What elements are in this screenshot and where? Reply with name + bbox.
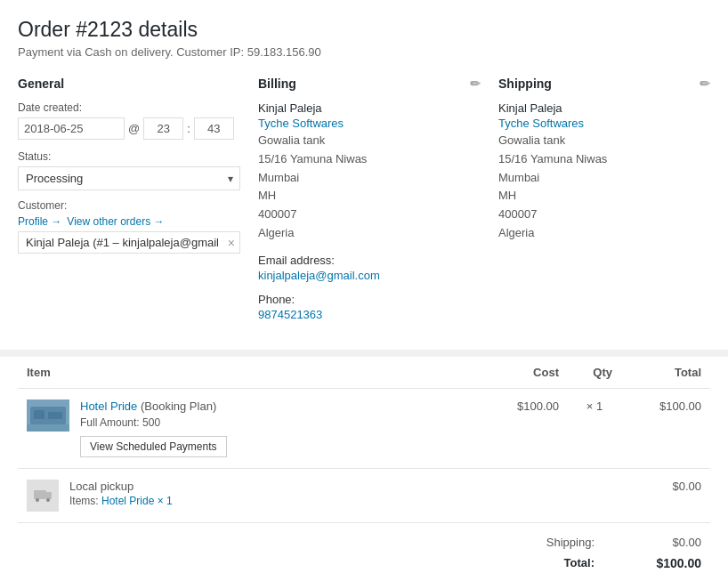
date-input[interactable] (18, 117, 125, 140)
shipping-items-value[interactable]: Hotel Pride × 1 (101, 495, 173, 507)
billing-company: Tyche Softwares (258, 117, 481, 130)
item-image (27, 399, 69, 432)
billing-country: Algeria (258, 226, 294, 239)
shipping-method-icon (27, 480, 59, 512)
page-subtitle: Payment via Cash on delivery. Customer I… (18, 45, 710, 59)
summary-shipping-value: $0.00 (612, 536, 701, 549)
shipping-company: Tyche Softwares (498, 117, 710, 130)
col-total: Total (621, 357, 710, 389)
shipping-address-line2: 15/16 Yamuna Niwas (498, 152, 607, 165)
summary-total-row: Total: $100.00 (27, 553, 701, 574)
billing-postcode: 400007 (258, 207, 296, 221)
summary-shipping-row: Shipping: $0.00 (27, 532, 701, 553)
svg-rect-5 (34, 490, 46, 499)
svg-point-7 (36, 498, 39, 502)
customer-label: Customer: (18, 199, 240, 212)
page-title: Order #2123 details (18, 18, 710, 42)
view-orders-link[interactable]: View other orders → (67, 215, 164, 228)
shipping-country: Algeria (498, 226, 534, 239)
svg-rect-4 (27, 424, 69, 432)
svg-rect-6 (46, 492, 52, 499)
item-qty: × 1 (568, 388, 621, 468)
svg-rect-3 (48, 412, 62, 419)
billing-email-label: Email address: (258, 254, 481, 267)
view-scheduled-payments-button[interactable]: View Scheduled Payments (80, 436, 227, 457)
table-row: Hotel Pride (Booking Plan) Full Amount: … (18, 388, 710, 468)
shipping-city: Mumbai (498, 171, 539, 184)
billing-city: Mumbai (258, 171, 299, 184)
order-summary: Shipping: $0.00 Total: $100.00 (18, 523, 710, 581)
status-select[interactable]: Processing (18, 166, 240, 190)
item-plan: (Booking Plan) (141, 399, 216, 413)
billing-phone-label: Phone: (258, 293, 481, 306)
col-qty: Qty (568, 357, 621, 389)
billing-edit-icon[interactable]: ✏ (470, 77, 481, 91)
col-cost: Cost (479, 357, 568, 389)
shipping-section-title: Shipping (498, 77, 552, 91)
shipping-total: $0.00 (621, 468, 710, 522)
at-sign: @ (128, 122, 140, 135)
svg-rect-2 (34, 410, 44, 419)
billing-state: MH (258, 189, 276, 202)
summary-shipping-label: Shipping: (488, 536, 612, 549)
full-amount-label: Full Amount: (80, 416, 140, 429)
date-label: Date created: (18, 101, 240, 114)
billing-phone[interactable]: 9874521363 (258, 308, 322, 321)
shipping-method-row: Local pickup Items: Hotel Pride × 1 $0.0… (18, 468, 710, 522)
svg-point-8 (46, 498, 50, 502)
summary-total-label: Total: (488, 556, 612, 570)
billing-address-line1: Gowalia tank (258, 133, 325, 147)
shipping-address-line1: Gowalia tank (498, 133, 565, 147)
full-amount-value: 500 (142, 416, 160, 429)
time-hour-input[interactable] (143, 117, 183, 140)
billing-address-line2: 15/16 Yamuna Niwas (258, 152, 367, 165)
customer-input[interactable] (18, 231, 240, 254)
billing-email[interactable]: kinjalpaleja@gmail.com (258, 269, 380, 282)
item-name-link[interactable]: Hotel Pride (80, 399, 137, 413)
shipping-items-label: Items: (69, 495, 99, 507)
time-colon: : (187, 122, 190, 135)
billing-name: Kinjal Paleja (258, 101, 481, 115)
status-label: Status: (18, 150, 240, 163)
col-item: Item (18, 357, 479, 389)
shipping-state: MH (498, 189, 516, 202)
customer-clear-icon[interactable]: × (228, 236, 235, 250)
summary-total-value: $100.00 (612, 556, 701, 570)
item-total: $100.00 (621, 388, 710, 468)
shipping-method-name: Local pickup (69, 480, 173, 493)
shipping-postcode: 400007 (498, 207, 537, 221)
shipping-edit-icon[interactable]: ✏ (700, 77, 710, 91)
section-divider (0, 350, 728, 357)
time-minute-input[interactable] (194, 117, 234, 140)
item-cost: $100.00 (479, 388, 568, 468)
profile-link[interactable]: Profile → (18, 215, 61, 228)
shipping-name: Kinjal Paleja (498, 101, 710, 115)
billing-section-title: Billing (258, 77, 296, 91)
general-section-title: General (18, 77, 64, 91)
